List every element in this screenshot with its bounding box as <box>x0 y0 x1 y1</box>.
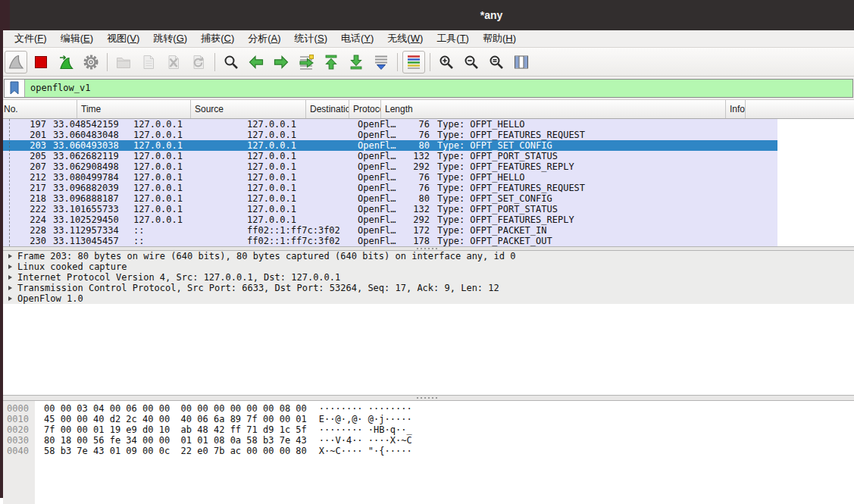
resize-columns-button[interactable] <box>510 51 533 74</box>
toolbar-separator <box>107 53 108 71</box>
wireshark-fin-icon <box>8 54 24 70</box>
open-file-button[interactable] <box>112 51 135 74</box>
go-top-icon <box>323 54 339 70</box>
title-bar: *any <box>0 0 854 30</box>
detail-row[interactable]: Internet Protocol Version 4, Src: 127.0.… <box>0 272 854 283</box>
splitter-grip-icon <box>417 397 437 399</box>
packet-row[interactable]: 21733.096882039127.0.0.1127.0.0.1OpenFl…… <box>0 183 777 193</box>
column-header-info[interactable]: Info <box>726 100 746 118</box>
toolbar-separator <box>430 53 430 71</box>
toolbar-separator <box>214 53 215 71</box>
go-to-packet-button[interactable] <box>295 51 318 74</box>
window-title: *any <box>129 0 854 30</box>
save-file-button[interactable] <box>137 51 160 74</box>
zoom-reset-icon <box>488 54 505 70</box>
packet-row[interactable]: 22233.101655733127.0.0.1127.0.0.1OpenFl…… <box>0 204 777 214</box>
detail-row[interactable]: Linux cooked capture <box>0 261 854 272</box>
main-toolbar <box>0 48 854 77</box>
zoom-out-button[interactable] <box>460 51 483 74</box>
display-filter-input[interactable] <box>25 80 852 97</box>
colorize-icon <box>405 54 422 70</box>
details-hex-splitter[interactable] <box>0 395 854 401</box>
expander-icon[interactable] <box>8 275 12 280</box>
hex-row[interactable]: 00207f 00 00 01 19 e9 d0 10 ab 48 42 ff … <box>0 424 854 435</box>
toolbar-zoom-group <box>435 51 533 74</box>
bookmark-icon <box>6 80 23 96</box>
auto-scroll-icon <box>373 54 389 70</box>
menu-item-help[interactable]: 帮助(H) <box>476 30 523 47</box>
expander-icon[interactable] <box>8 265 12 269</box>
goto-packet-icon <box>298 54 314 70</box>
go-forward-button[interactable] <box>270 51 292 74</box>
packet-list: 19733.048542159127.0.0.1127.0.0.1OpenFl…… <box>0 119 854 246</box>
hex-row[interactable]: 000000 00 03 04 00 06 00 00 00 00 00 00 … <box>0 403 854 414</box>
expander-icon[interactable] <box>8 286 12 290</box>
stop-icon <box>33 54 49 70</box>
packet-row[interactable]: 20733.062908498127.0.0.1127.0.0.1OpenFl…… <box>0 161 777 172</box>
colorize-button[interactable] <box>402 51 425 74</box>
packet-row[interactable]: 19733.048542159127.0.0.1127.0.0.1OpenFl…… <box>0 119 777 130</box>
capture-options-icon <box>83 54 99 70</box>
capture-options-button[interactable] <box>80 51 102 74</box>
column-header-destination[interactable]: Destination <box>306 100 349 118</box>
menu-item-statistics[interactable]: 统计(S) <box>288 30 334 47</box>
detail-row[interactable]: OpenFlow 1.0 <box>0 293 854 304</box>
go-to-bottom-button[interactable] <box>345 51 368 74</box>
column-header-source[interactable]: Source <box>191 100 306 118</box>
column-header-length[interactable]: Length <box>381 100 726 118</box>
menu-item-edit[interactable]: 编辑(E) <box>54 30 100 47</box>
packet-row[interactable]: 20533.062682119127.0.0.1127.0.0.1OpenFl…… <box>0 151 777 161</box>
stop-capture-button[interactable] <box>30 51 52 74</box>
expander-icon[interactable] <box>8 296 12 301</box>
wireshark-window: *any 文件(F) 编辑(E) 视图(V) 跳转(G) 捕获(C) 分析(A)… <box>0 0 854 504</box>
filter-bar <box>0 77 854 100</box>
zoom-in-button[interactable] <box>435 51 458 74</box>
column-header-time[interactable]: Time <box>77 100 191 118</box>
menu-item-file[interactable]: 文件(F) <box>8 30 54 47</box>
start-capture-button[interactable] <box>5 51 27 74</box>
packet-rows: 19733.048542159127.0.0.1127.0.0.1OpenFl…… <box>0 119 854 246</box>
restart-capture-button[interactable] <box>55 51 77 74</box>
close-file-icon <box>165 54 182 70</box>
packet-row[interactable]: 21233.080499784127.0.0.1127.0.0.1OpenFl…… <box>0 172 777 183</box>
packet-row[interactable]: 20333.060493038127.0.0.1127.0.0.1OpenFl…… <box>0 140 777 151</box>
reload-file-button[interactable] <box>187 51 210 74</box>
menu-item-view[interactable]: 视图(V) <box>100 30 146 47</box>
window-corner-decoration <box>0 0 10 30</box>
auto-scroll-button[interactable] <box>370 51 393 74</box>
menu-item-tools[interactable]: 工具(T) <box>430 30 476 47</box>
close-file-button[interactable] <box>162 51 185 74</box>
menu-item-wireless[interactable]: 无线(W) <box>380 30 430 47</box>
hex-row[interactable]: 003080 18 00 56 fe 34 00 00 01 01 08 0a … <box>0 435 854 446</box>
zoom-reset-button[interactable] <box>485 51 508 74</box>
menu-item-analyze[interactable]: 分析(A) <box>241 30 287 47</box>
menu-item-go[interactable]: 跳转(G) <box>146 30 194 47</box>
menu-item-telephony[interactable]: 电话(Y) <box>334 30 380 47</box>
menu-item-capture[interactable]: 捕获(C) <box>194 30 241 47</box>
detail-row[interactable]: Frame 203: 80 bytes on wire (640 bits), … <box>0 251 854 261</box>
go-to-top-button[interactable] <box>320 51 343 74</box>
column-header-no[interactable]: No. <box>0 100 77 118</box>
packet-row[interactable]: 22833.112957334::ff02::1:ff7c:3f02OpenFl… <box>0 225 777 236</box>
toolbar-capture-group <box>5 51 102 74</box>
restart-icon <box>58 54 74 70</box>
packet-row[interactable]: 22433.102529450127.0.0.1127.0.0.1OpenFl…… <box>0 214 777 225</box>
go-back-button[interactable] <box>245 51 267 74</box>
filter-bookmark-button[interactable] <box>5 80 25 97</box>
packet-list-header: No. Time Source Destination Protocol Len… <box>0 100 854 119</box>
packet-row[interactable]: 23033.113045457::ff02::1:ff7c:3f02OpenFl… <box>0 236 777 246</box>
open-folder-icon <box>115 54 132 70</box>
detail-row[interactable]: Transmission Control Protocol, Src Port:… <box>0 283 854 293</box>
packet-row[interactable]: 21833.096888187127.0.0.1127.0.0.1OpenFl…… <box>0 193 777 204</box>
hex-row[interactable]: 001045 00 00 40 d2 2c 40 00 40 06 6a 89 … <box>0 414 854 424</box>
menu-bar: 文件(F) 编辑(E) 视图(V) 跳转(G) 捕获(C) 分析(A) 统计(S… <box>0 30 854 48</box>
save-file-icon <box>140 54 157 70</box>
hex-row[interactable]: 004058 b3 7e 43 01 09 00 0c 22 e0 7b ac … <box>0 446 854 456</box>
hex-rows: 000000 00 03 04 00 06 00 00 00 00 00 00 … <box>0 403 854 456</box>
packet-row[interactable]: 20133.060483048127.0.0.1127.0.0.1OpenFl…… <box>0 130 777 140</box>
find-packet-button[interactable] <box>220 51 242 74</box>
back-arrow-icon <box>248 54 264 70</box>
expander-icon[interactable] <box>8 254 12 258</box>
column-header-protocol[interactable]: Protocol <box>349 100 381 118</box>
display-filter-field <box>4 79 853 98</box>
